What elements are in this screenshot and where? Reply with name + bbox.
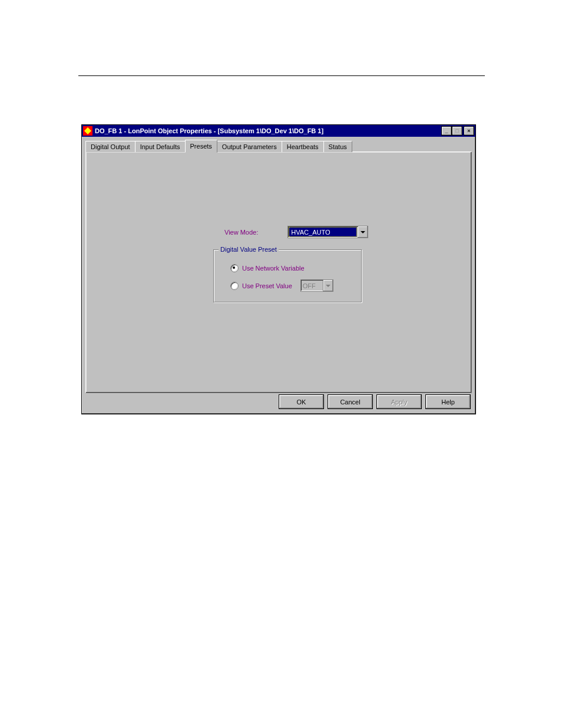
cancel-button[interactable]: Cancel <box>328 394 373 409</box>
preset-value-dropdown: OFF <box>300 279 333 292</box>
chevron-down-icon <box>323 280 333 291</box>
tab-output-parameters[interactable]: Output Parameters <box>217 141 282 152</box>
radio-use-preset-value-label: Use Preset Value <box>242 282 292 289</box>
tab-input-defaults[interactable]: Input Defaults <box>135 141 186 152</box>
page-divider <box>78 75 485 76</box>
maximize-button: □ <box>452 126 462 136</box>
ok-button[interactable]: OK <box>279 394 324 409</box>
view-mode-dropdown[interactable]: HVAC_AUTO <box>287 226 368 238</box>
view-mode-row: View Mode: HVAC_AUTO <box>224 226 368 238</box>
group-legend: Digital Value Preset <box>219 246 279 253</box>
chevron-down-icon[interactable] <box>358 226 368 238</box>
radio-use-network-variable-label: Use Network Variable <box>242 265 305 272</box>
digital-value-preset-group: Digital Value Preset Use Network Variabl… <box>213 249 362 302</box>
tab-status[interactable]: Status <box>323 141 352 152</box>
tab-heartbeats[interactable]: Heartbeats <box>282 141 324 152</box>
tabstrip: Digital Output Input Defaults Presets Ou… <box>85 140 472 152</box>
tab-digital-output[interactable]: Digital Output <box>85 141 135 152</box>
radio-use-network-variable[interactable]: Use Network Variable <box>230 264 305 272</box>
view-mode-label: View Mode: <box>224 229 258 236</box>
radio-icon <box>230 282 239 290</box>
view-mode-value: HVAC_AUTO <box>289 227 357 237</box>
window-title: DO_FB 1 - LonPoint Object Properties - [… <box>95 127 441 134</box>
dialog-button-bar: OK Cancel Apply Help <box>279 394 471 409</box>
preset-value: OFF <box>301 280 323 291</box>
app-icon <box>83 126 92 136</box>
properties-dialog: DO_FB 1 - LonPoint Object Properties - [… <box>81 124 476 414</box>
titlebar[interactable]: DO_FB 1 - LonPoint Object Properties - [… <box>82 125 475 137</box>
titlebar-buttons: _ □ × <box>441 126 474 136</box>
minimize-button[interactable]: _ <box>441 126 452 136</box>
tab-presets[interactable]: Presets <box>185 140 217 153</box>
tab-panel-presets: View Mode: HVAC_AUTO Digital Value Prese… <box>85 151 472 393</box>
close-button[interactable]: × <box>464 126 474 136</box>
help-button[interactable]: Help <box>425 394 471 409</box>
radio-icon <box>230 264 239 272</box>
client-area: Digital Output Input Defaults Presets Ou… <box>82 137 475 414</box>
radio-use-preset-value[interactable]: Use Preset Value OFF <box>230 279 333 292</box>
apply-button: Apply <box>376 394 422 409</box>
